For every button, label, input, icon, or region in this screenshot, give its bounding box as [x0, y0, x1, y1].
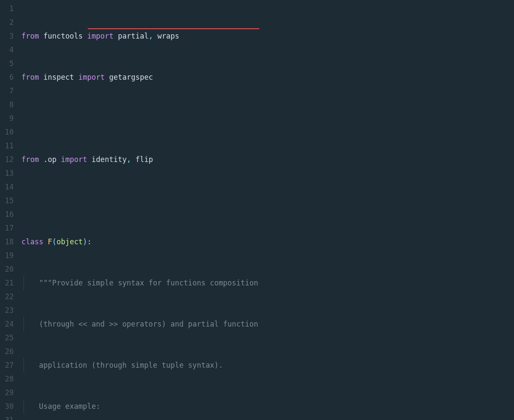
line-number: 29 — [0, 386, 14, 399]
paren: ( — [52, 237, 57, 246]
keyword-import: import — [87, 32, 114, 40]
indent-guide — [24, 317, 24, 331]
indent-guide — [24, 399, 24, 413]
line-number: 20 — [0, 262, 14, 276]
line-number: 28 — [0, 372, 14, 386]
docstring: Usage example: — [39, 402, 100, 411]
keyword-from: from — [21, 32, 39, 40]
indent — [21, 320, 39, 328]
code-line[interactable] — [21, 111, 514, 125]
comma: , — [127, 155, 135, 164]
builtin-object: object — [57, 237, 83, 246]
line-number: 21 — [0, 276, 14, 290]
line-number: 15 — [0, 194, 14, 207]
code-line[interactable]: class F(object): — [21, 235, 514, 249]
keyword-import: import — [61, 155, 87, 164]
line-number: 18 — [0, 235, 14, 249]
module-name: .op — [43, 155, 57, 164]
identifier: identity — [92, 155, 127, 164]
class-name: F — [48, 237, 52, 246]
line-number: 8 — [0, 98, 14, 111]
line-number: 27 — [0, 358, 14, 372]
line-number: 12 — [0, 153, 14, 166]
code-line[interactable]: from functools import partial, wraps — [21, 29, 514, 43]
line-number: 17 — [0, 221, 14, 235]
line-number: 19 — [0, 249, 14, 262]
docstring: """Provide simple syntax for functions c… — [39, 279, 258, 287]
keyword-from: from — [21, 155, 39, 164]
line-number: 2 — [0, 15, 14, 29]
comma: , — [149, 32, 157, 40]
line-number: 3 — [0, 29, 14, 43]
code-area[interactable]: from functools import partial, wraps fro… — [21, 0, 514, 420]
line-number: 30 — [0, 399, 14, 413]
line-number: 22 — [0, 290, 14, 303]
code-line[interactable]: application (through simple tuple syntax… — [21, 358, 514, 372]
line-number: 5 — [0, 57, 14, 70]
indent — [21, 402, 39, 411]
code-line[interactable]: """Provide simple syntax for functions c… — [21, 276, 514, 290]
code-line[interactable]: Usage example: — [21, 399, 514, 413]
docstring: application (through simple tuple syntax… — [39, 361, 223, 369]
line-number: 11 — [0, 139, 14, 153]
keyword-class: class — [21, 237, 43, 246]
code-editor[interactable]: 1 2 3 4 5 6 7 8 9 10 11 12 13 14 15 16 1… — [0, 0, 514, 420]
line-number: 23 — [0, 303, 14, 317]
code-line[interactable]: from .op import identity, flip — [21, 153, 514, 166]
indent — [21, 361, 39, 369]
line-number: 14 — [0, 180, 14, 194]
line-number: 9 — [0, 111, 14, 125]
line-number: 13 — [0, 166, 14, 180]
code-line[interactable]: from inspect import getargspec — [21, 70, 514, 84]
indent-guide — [24, 276, 24, 290]
paren: ) — [83, 237, 87, 246]
indent — [21, 279, 39, 287]
error-underline — [88, 28, 259, 29]
code-line[interactable] — [21, 194, 514, 207]
line-number: 10 — [0, 125, 14, 139]
colon: : — [87, 237, 92, 246]
identifier: partial — [118, 32, 149, 40]
keyword-from: from — [21, 73, 39, 81]
line-number: 24 — [0, 317, 14, 331]
keyword-import: import — [78, 73, 105, 81]
code-line[interactable]: (through << and >> operators) and partia… — [21, 317, 514, 331]
line-number: 16 — [0, 207, 14, 221]
line-number-gutter: 1 2 3 4 5 6 7 8 9 10 11 12 13 14 15 16 1… — [0, 0, 21, 420]
module-name: inspect — [43, 73, 74, 81]
identifier: getargspec — [109, 73, 153, 81]
line-number: 6 — [0, 70, 14, 84]
line-number: 26 — [0, 345, 14, 358]
line-number: 25 — [0, 331, 14, 345]
line-number: 1 — [0, 2, 14, 15]
line-number: 7 — [0, 84, 14, 98]
indent-guide — [24, 358, 24, 372]
line-number: 4 — [0, 43, 14, 57]
identifier: wraps — [157, 32, 179, 40]
module-name: functools — [43, 32, 83, 40]
docstring: (through << and >> operators) and partia… — [39, 320, 258, 328]
identifier: flip — [135, 155, 153, 164]
line-number: 31 — [0, 413, 14, 420]
